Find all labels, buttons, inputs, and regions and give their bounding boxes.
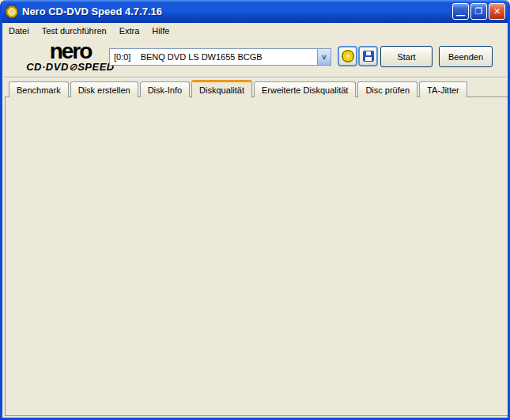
chevron-down-icon[interactable]: ˅ (317, 49, 331, 65)
eject-disc-icon (342, 50, 354, 62)
minimize-icon: — (456, 10, 465, 20)
menu-datei[interactable]: Datei (2, 25, 36, 37)
minimize-button[interactable]: — (452, 3, 469, 20)
quit-button[interactable]: Beenden (439, 46, 493, 67)
tab-erweiterte-diskqualitaet[interactable]: Erweiterte Diskqualität (254, 81, 356, 97)
maximize-icon: ❐ (475, 6, 483, 17)
save-icon (363, 51, 374, 62)
tab-diskqualitaet[interactable]: Diskqualität (191, 80, 252, 98)
menu-extra[interactable]: Extra (113, 25, 146, 37)
menu-test-durchfuehren[interactable]: Test durchführen (36, 25, 113, 37)
menu-hilfe[interactable]: Hilfe (145, 25, 176, 37)
drive-select-value: [0:0] BENQ DVD LS DW1655 BCGB (110, 49, 317, 65)
save-button[interactable] (358, 46, 378, 66)
eject-button[interactable] (338, 46, 357, 66)
title-bar[interactable]: Nero CD-DVD Speed 4.7.7.16 — ❐ ✕ (0, 0, 510, 23)
app-icon (6, 6, 18, 18)
tab-bar: Benchmark Disk erstellen Disk-Info Diskq… (9, 79, 469, 97)
toolbar-separator (4, 77, 506, 78)
menu-bar: Datei Test durchführen Extra Hilfe (2, 23, 508, 38)
tab-benchmark[interactable]: Benchmark (9, 81, 69, 97)
tab-ta-jitter[interactable]: TA-Jitter (419, 81, 467, 97)
drive-select[interactable]: [0:0] BENQ DVD LS DW1655 BCGB ˅ (109, 48, 331, 66)
toolbar: nero CD·DVD⊘SPEED [0:0] BENQ DVD LS DW16… (2, 38, 508, 78)
tab-page (5, 96, 510, 416)
window-title: Nero CD-DVD Speed 4.7.7.16 (22, 6, 452, 17)
app-window: Nero CD-DVD Speed 4.7.7.16 — ❐ ✕ Datei T… (0, 0, 510, 420)
close-button[interactable]: ✕ (489, 3, 505, 20)
close-icon: ✕ (493, 6, 501, 17)
maximize-button[interactable]: ❐ (470, 3, 487, 20)
tab-disc-pruefen[interactable]: Disc prüfen (357, 81, 417, 97)
tab-disk-info[interactable]: Disk-Info (140, 81, 190, 97)
tab-disk-erstellen[interactable]: Disk erstellen (70, 81, 138, 97)
start-button[interactable]: Start (380, 46, 433, 67)
